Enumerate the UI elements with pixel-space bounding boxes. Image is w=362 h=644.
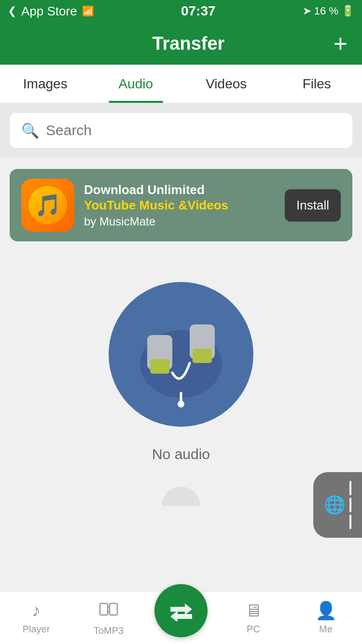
battery-icon: 🔋 bbox=[341, 5, 354, 17]
ad-app-icon: 🎵 bbox=[21, 179, 74, 232]
tab-audio[interactable]: Audio bbox=[91, 65, 181, 103]
ad-title: Download Unlimited bbox=[84, 182, 275, 198]
svg-rect-4 bbox=[193, 349, 212, 363]
transfer-button[interactable] bbox=[154, 584, 208, 637]
battery-percent: 16 % bbox=[314, 5, 338, 17]
pc-icon: 🖥 bbox=[245, 601, 262, 621]
svg-rect-8 bbox=[110, 603, 117, 615]
status-right: ➤ 16 % 🔋 bbox=[303, 5, 354, 17]
search-icon: 🔍 bbox=[21, 122, 39, 139]
nav-pc[interactable]: 🖥 PC bbox=[217, 601, 290, 635]
ad-banner: 🎵 Download Unlimited YouTube Music &Vide… bbox=[10, 169, 352, 241]
partial-bottom-element bbox=[0, 482, 362, 511]
headphones-illustration bbox=[109, 282, 253, 427]
nav-me[interactable]: 👤 Me bbox=[290, 601, 362, 635]
back-arrow-icon[interactable]: ❮ bbox=[8, 5, 16, 17]
tab-files[interactable]: Files bbox=[272, 65, 362, 103]
wifi-icon: 📶 bbox=[82, 5, 94, 17]
search-input[interactable] bbox=[46, 122, 341, 139]
earbuds-svg bbox=[128, 301, 234, 407]
status-bar: ❮ App Store 📶 07:37 ➤ 16 % 🔋 bbox=[0, 0, 362, 22]
search-container: 🔍 bbox=[0, 103, 362, 157]
install-button[interactable]: Install bbox=[285, 189, 341, 222]
nav-transfer[interactable] bbox=[145, 599, 217, 637]
handle-lines bbox=[349, 481, 351, 529]
transfer-icon bbox=[168, 600, 195, 621]
tomp3-icon bbox=[99, 600, 118, 622]
me-icon: 👤 bbox=[315, 601, 337, 621]
handle-line bbox=[349, 498, 351, 512]
globe-icon: 🌐 bbox=[324, 495, 346, 515]
ad-subtitle: YouTube Music &Videos bbox=[84, 198, 275, 213]
ad-icon-inner: 🎵 bbox=[28, 186, 67, 224]
ad-author: by MusicMate bbox=[84, 215, 275, 228]
app-store-label: App Store bbox=[21, 4, 77, 19]
globe-button[interactable]: 🌐 bbox=[313, 472, 362, 538]
partial-circle bbox=[162, 487, 200, 506]
handle-line bbox=[349, 515, 351, 529]
bottom-nav: ♪ Player ToMP3 🖥 PC 👤 Me bbox=[0, 591, 362, 644]
nav-bar: Transfer + bbox=[0, 22, 362, 65]
tabs-bar: Images Audio Videos Files bbox=[0, 65, 362, 103]
empty-state: No audio bbox=[0, 253, 362, 482]
nav-tomp3[interactable]: ToMP3 bbox=[72, 600, 145, 636]
svg-rect-2 bbox=[150, 359, 169, 374]
player-icon: ♪ bbox=[32, 601, 41, 621]
location-icon: ➤ bbox=[303, 5, 311, 17]
svg-rect-7 bbox=[100, 603, 108, 615]
add-button[interactable]: + bbox=[334, 31, 348, 56]
handle-line bbox=[349, 481, 351, 495]
status-time: 07:37 bbox=[181, 3, 216, 19]
nav-title: Transfer bbox=[43, 33, 334, 54]
tab-videos[interactable]: Videos bbox=[181, 65, 272, 103]
ad-text: Download Unlimited YouTube Music &Videos… bbox=[84, 182, 275, 229]
tab-images[interactable]: Images bbox=[0, 65, 91, 103]
svg-point-6 bbox=[178, 401, 184, 407]
no-audio-label: No audio bbox=[152, 446, 210, 462]
nav-player[interactable]: ♪ Player bbox=[0, 601, 72, 635]
search-bar: 🔍 bbox=[10, 113, 352, 148]
music-note-icon: 🎵 bbox=[35, 193, 61, 218]
status-left: ❮ App Store 📶 bbox=[8, 4, 94, 19]
